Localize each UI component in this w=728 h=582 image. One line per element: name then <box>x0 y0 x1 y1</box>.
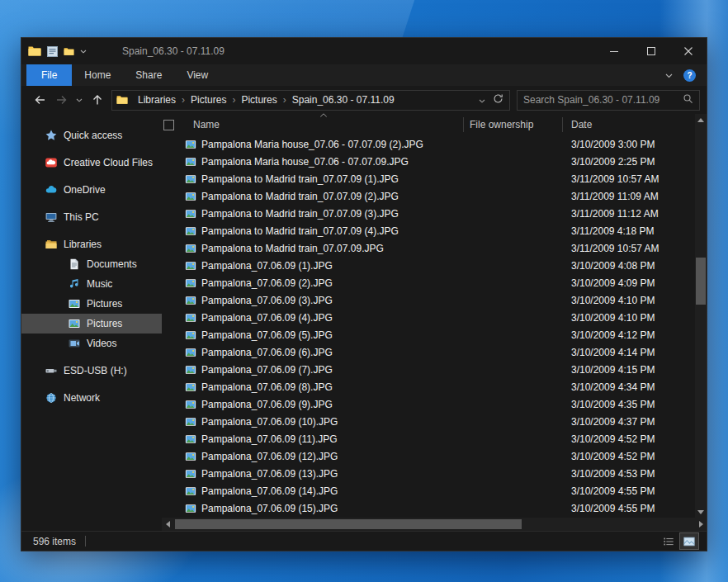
address-dropdown-chevron-icon[interactable] <box>479 94 485 106</box>
file-row[interactable]: Pampalona_07.06.09 (9).JPG3/10/2009 4:35… <box>162 395 695 413</box>
tab-home[interactable]: Home <box>72 64 123 86</box>
help-button[interactable]: ? <box>683 69 696 82</box>
horizontal-scrollbar[interactable] <box>162 518 707 531</box>
tab-share[interactable]: Share <box>123 64 174 86</box>
this-pc-icon <box>45 211 58 224</box>
file-row[interactable]: Pampalona_07.06.09 (2).JPG3/10/2009 4:09… <box>162 274 695 291</box>
item-count: 596 items <box>33 536 76 547</box>
sidebar-item-onedrive[interactable]: OneDrive <box>21 180 162 200</box>
file-row[interactable]: Pampalona_07.06.09 (8).JPG3/10/2009 4:34… <box>162 378 695 395</box>
qat-customize-chevron-icon[interactable] <box>80 50 87 54</box>
file-date: 3/10/2009 4:10 PM <box>563 295 695 306</box>
file-row[interactable]: Pampalona_07.06.09 (6).JPG3/10/2009 4:14… <box>162 343 695 361</box>
column-header-date[interactable]: Date <box>563 117 695 132</box>
sidebar-item-creative-cloud-files[interactable]: Creative Cloud Files <box>21 153 162 173</box>
qat-new-folder-icon[interactable] <box>64 47 74 56</box>
file-row[interactable]: Pampalona_07.06.09 (14).JPG3/10/2009 4:5… <box>162 482 695 499</box>
search-icon[interactable] <box>683 93 693 106</box>
file-row[interactable]: Pampalona to Madrid train_07.07.09 (3).J… <box>162 205 695 222</box>
breadcrumb-item-pictures[interactable]: Pictures <box>236 94 281 106</box>
sidebar-item-quick-access[interactable]: Quick access <box>21 125 162 145</box>
sidebar-item-music[interactable]: Music <box>21 274 162 294</box>
sidebar-item-esd-usb-h[interactable]: ESD-USB (H:) <box>21 361 162 381</box>
qat-properties-icon[interactable] <box>47 46 58 57</box>
vertical-scroll-track[interactable] <box>695 125 707 506</box>
maximize-button[interactable] <box>632 38 669 64</box>
jpg-thumbnail-icon <box>185 295 196 306</box>
sidebar-item-pictures[interactable]: Pictures <box>21 314 162 334</box>
sidebar-item-this-pc[interactable]: This PC <box>21 207 162 227</box>
recent-locations-chevron-icon[interactable] <box>73 89 86 111</box>
file-row[interactable]: Pampalona Maria house_07.06 - 07.07.09.J… <box>162 153 695 170</box>
vertical-scroll-thumb[interactable] <box>696 258 706 305</box>
jpg-thumbnail-icon <box>185 208 196 220</box>
breadcrumb-item-pictures[interactable]: Pictures <box>186 94 231 106</box>
file-name: Pampalona_07.06.09 (12).JPG <box>201 451 338 462</box>
file-name: Pampalona_07.06.09 (5).JPG <box>201 329 333 341</box>
file-row[interactable]: Pampalona_07.06.09 (12).JPG3/10/2009 4:5… <box>162 447 695 465</box>
column-header-name[interactable]: Name <box>183 117 464 132</box>
address-bar[interactable]: Libraries›Pictures›Pictures›Spain_06.30 … <box>111 90 510 111</box>
search-input[interactable] <box>523 94 683 106</box>
file-row[interactable]: Pampalona_07.06.09 (11).JPG3/10/2009 4:5… <box>162 430 695 447</box>
file-name: Pampalona_07.06.09 (9).JPG <box>201 399 333 410</box>
sidebar-item-documents[interactable]: Documents <box>21 254 162 274</box>
file-row[interactable]: Pampalona_07.06.09 (3).JPG3/10/2009 4:10… <box>162 291 695 309</box>
file-row[interactable]: Pampalona_07.06.09 (10).JPG3/10/2009 4:3… <box>162 413 695 430</box>
up-button[interactable] <box>86 89 108 111</box>
file-row[interactable]: Pampalona_07.06.09 (5).JPG3/10/2009 4:12… <box>162 326 695 343</box>
file-row[interactable]: Pampalona to Madrid train_07.07.09 (4).J… <box>162 222 695 239</box>
column-headers: Name File ownership Date <box>162 114 707 135</box>
tab-view[interactable]: View <box>174 64 220 86</box>
horizontal-scroll-track[interactable] <box>173 518 695 531</box>
file-date: 3/10/2009 4:14 PM <box>563 347 695 358</box>
status-bar: 596 items <box>21 531 707 551</box>
file-row[interactable]: Pampalona_07.06.09 (15).JPG3/10/2009 4:5… <box>162 499 695 517</box>
breadcrumb-item-spain-06-30-07-11-09[interactable]: Spain_06.30 - 07.11.09 <box>287 94 399 106</box>
thumbnails-view-button[interactable] <box>680 533 698 549</box>
breadcrumb-item-libraries[interactable]: Libraries <box>133 94 181 106</box>
sidebar-item-videos[interactable]: Videos <box>21 334 162 353</box>
file-row[interactable]: Pampalona to Madrid train_07.07.09.JPG3/… <box>162 239 695 257</box>
titlebar[interactable]: Spain_06.30 - 07.11.09 <box>21 38 707 64</box>
file-row[interactable]: Pampalona_07.06.09 (1).JPG3/10/2009 4:08… <box>162 257 695 274</box>
scroll-right-arrow-icon[interactable] <box>695 518 707 531</box>
back-button[interactable] <box>28 89 50 111</box>
details-view-button[interactable] <box>659 533 678 549</box>
sidebar-item-network[interactable]: Network <box>21 388 162 408</box>
vertical-scrollbar[interactable] <box>695 114 707 518</box>
view-toggle-buttons <box>659 533 698 549</box>
file-date: 3/10/2009 4:12 PM <box>563 329 695 341</box>
column-header-file-ownership[interactable]: File ownership <box>464 117 563 132</box>
file-list: Pampalona Maria house_07.06 - 07.07.09 (… <box>162 135 707 518</box>
navigation-bar: Libraries›Pictures›Pictures›Spain_06.30 … <box>21 86 707 114</box>
file-name: Pampalona Maria house_07.06 - 07.07.09 (… <box>201 139 423 150</box>
jpg-thumbnail-icon <box>185 173 196 185</box>
horizontal-scroll-thumb[interactable] <box>175 519 522 529</box>
select-all-checkbox[interactable] <box>163 120 174 130</box>
expand-ribbon-chevron-icon[interactable] <box>665 69 673 81</box>
scroll-down-arrow-icon[interactable] <box>695 506 707 518</box>
refresh-icon[interactable] <box>493 93 503 106</box>
file-row[interactable]: Pampalona_07.06.09 (13).JPG3/10/2009 4:5… <box>162 465 695 482</box>
scroll-left-arrow-icon[interactable] <box>162 518 173 531</box>
file-name: Pampalona_07.06.09 (1).JPG <box>201 260 333 272</box>
sidebar-item-pictures[interactable]: Pictures <box>21 294 162 314</box>
file-date: 3/10/2009 4:08 PM <box>563 260 695 272</box>
forward-button[interactable] <box>50 89 73 111</box>
sidebar-item-libraries[interactable]: Libraries <box>21 234 162 254</box>
minimize-button[interactable] <box>595 38 632 64</box>
tab-file[interactable]: File <box>26 64 72 86</box>
file-name: Pampalona_07.06.09 (11).JPG <box>201 433 338 445</box>
network-icon <box>45 391 58 405</box>
file-row[interactable]: Pampalona_07.06.09 (7).JPG3/10/2009 4:15… <box>162 361 695 378</box>
file-date: 3/11/2009 10:57 AM <box>563 243 695 254</box>
scroll-up-arrow-icon[interactable] <box>695 114 707 125</box>
file-row[interactable]: Pampalona to Madrid train_07.07.09 (2).J… <box>162 187 695 205</box>
jpg-thumbnail-icon <box>185 399 196 410</box>
close-button[interactable] <box>669 38 707 64</box>
file-name: Pampalona to Madrid train_07.07.09 (1).J… <box>201 173 399 185</box>
file-row[interactable]: Pampalona Maria house_07.06 - 07.07.09 (… <box>162 135 695 153</box>
file-row[interactable]: Pampalona_07.06.09 (4).JPG3/10/2009 4:10… <box>162 309 695 326</box>
file-row[interactable]: Pampalona to Madrid train_07.07.09 (1).J… <box>162 170 695 187</box>
